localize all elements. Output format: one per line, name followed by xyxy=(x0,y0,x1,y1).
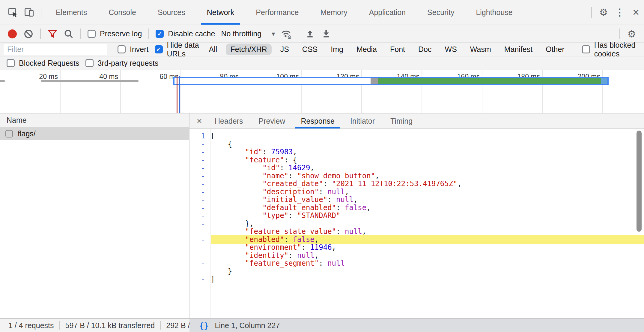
search-button[interactable] xyxy=(61,26,77,42)
close-detail-button[interactable]: × xyxy=(192,113,207,128)
domcontentloaded-marker xyxy=(179,76,180,113)
detail-tab-response[interactable]: Response xyxy=(293,113,342,128)
code-token: : xyxy=(262,148,271,156)
fold-marker[interactable]: - xyxy=(189,252,210,259)
fold-marker[interactable]: - xyxy=(189,220,210,228)
more-options-button[interactable]: ⋮ xyxy=(612,4,628,20)
close-icon: × xyxy=(197,116,202,126)
close-devtools-button[interactable]: × xyxy=(628,4,644,20)
tab-security[interactable]: Security xyxy=(416,0,465,25)
tab-console[interactable]: Console xyxy=(98,0,147,25)
line-number[interactable]: 1 xyxy=(189,132,210,140)
fold-marker[interactable]: - xyxy=(189,204,210,212)
filter-type-font[interactable]: Font xyxy=(386,44,410,55)
fold-marker[interactable]: - xyxy=(189,267,210,275)
filter-type-fetch-xhr[interactable]: Fetch/XHR xyxy=(226,44,271,55)
tab-application[interactable]: Application xyxy=(358,0,416,25)
status-bar: 1 / 4 requests597 B / 10.1 kB transferre… xyxy=(0,318,644,332)
network-overview-timeline[interactable]: 20 ms40 ms60 ms80 ms100 ms120 ms140 ms16… xyxy=(0,70,644,113)
code-line: - }, xyxy=(189,220,644,228)
filter-type-js[interactable]: JS xyxy=(276,44,294,55)
preserve-log-label: Preserve log xyxy=(100,29,142,38)
detail-tab-preview[interactable]: Preview xyxy=(251,113,293,128)
fold-marker[interactable]: - xyxy=(189,156,210,164)
detail-tab-headers[interactable]: Headers xyxy=(207,113,251,128)
settings-button[interactable]: ⚙ xyxy=(595,4,612,20)
fold-marker[interactable]: - xyxy=(189,212,210,219)
fold-marker[interactable]: - xyxy=(189,180,210,188)
fold-marker[interactable]: - xyxy=(189,164,210,172)
code-token: : xyxy=(319,188,327,196)
code-token xyxy=(210,188,262,196)
fold-marker[interactable]: - xyxy=(189,172,210,180)
request-checkbox[interactable] xyxy=(5,130,13,137)
tab-sources[interactable]: Sources xyxy=(147,0,196,25)
code-line: - "environment": 11946, xyxy=(189,243,644,252)
record-network-log-button[interactable] xyxy=(4,26,20,42)
request-row-flags[interactable]: flags/ xyxy=(0,127,189,140)
code-line-text: "default_enabled": false, xyxy=(210,204,644,212)
filter-type-css[interactable]: CSS xyxy=(298,44,322,55)
fold-marker[interactable]: - xyxy=(189,275,210,283)
fold-marker[interactable]: - xyxy=(189,228,210,235)
request-bar-segment xyxy=(378,78,601,84)
clear-network-log-button[interactable] xyxy=(20,26,37,42)
tab-network[interactable]: Network xyxy=(196,0,245,25)
code-token xyxy=(210,259,245,267)
timeline-tick-label: 20 ms xyxy=(13,73,58,81)
filter-type-wasm[interactable]: Wasm xyxy=(466,44,496,55)
code-line: - "initial_value": null, xyxy=(189,196,644,204)
code-line: - "enabled": false, xyxy=(189,236,644,244)
network-conditions-button[interactable]: ⚙ xyxy=(278,26,294,42)
pretty-print-icon: {} xyxy=(199,321,209,330)
fold-marker[interactable]: - xyxy=(189,196,210,204)
fold-marker[interactable]: - xyxy=(189,148,210,156)
fold-marker[interactable]: - xyxy=(189,188,210,196)
import-har-button[interactable] xyxy=(302,26,318,42)
third-party-requests-checkbox[interactable]: 3rd-party requests xyxy=(85,59,159,68)
disable-cache-checkbox[interactable]: ✓ Disable cache xyxy=(156,29,215,38)
filter-type-all[interactable]: All xyxy=(204,44,222,55)
tab-lighthouse[interactable]: Lighthouse xyxy=(465,0,523,25)
fold-marker[interactable]: - xyxy=(189,259,210,267)
code-line-text: ] xyxy=(210,275,644,283)
devtools-window: ElementsConsoleSourcesNetworkPerformance… xyxy=(0,0,644,332)
clear-icon xyxy=(23,29,34,39)
code-line: - "id": 14629, xyxy=(189,164,644,172)
export-har-button[interactable] xyxy=(318,26,334,42)
editor-scrollbar-thumb[interactable] xyxy=(637,131,642,232)
filter-input[interactable] xyxy=(4,44,107,55)
inspect-element-button[interactable] xyxy=(5,4,21,20)
code-token: , xyxy=(345,188,349,196)
code-token: "type" xyxy=(262,211,288,220)
tab-performance[interactable]: Performance xyxy=(245,0,309,25)
filter-type-media[interactable]: Media xyxy=(352,44,381,55)
fold-marker[interactable]: - xyxy=(189,236,210,243)
filter-type-manifest[interactable]: Manifest xyxy=(500,44,537,55)
throttling-select[interactable]: No throttling ▾ xyxy=(221,29,275,38)
device-toolbar-button[interactable] xyxy=(21,4,37,20)
name-column-header[interactable]: Name xyxy=(0,113,189,127)
has-blocked-cookies-checkbox[interactable]: Has blocked cookies xyxy=(582,41,637,58)
filter-type-img[interactable]: Img xyxy=(326,44,348,55)
response-editor[interactable]: 1[- {- "id": 75983,- "feature": {- "id":… xyxy=(189,129,644,318)
detail-tab-initiator[interactable]: Initiator xyxy=(342,113,383,128)
code-line: - "feature_state_value": null, xyxy=(189,228,644,236)
tab-elements[interactable]: Elements xyxy=(45,0,98,25)
fold-marker[interactable]: - xyxy=(189,243,210,251)
code-token xyxy=(210,211,262,220)
fold-marker[interactable]: - xyxy=(189,140,210,148)
invert-checkbox[interactable]: Invert xyxy=(118,45,149,54)
filter-type-other[interactable]: Other xyxy=(541,44,569,55)
filter-toggle-button[interactable] xyxy=(44,26,61,42)
code-line-text: "id": 75983, xyxy=(210,148,644,156)
filter-type-ws[interactable]: WS xyxy=(440,44,461,55)
filter-type-doc[interactable]: Doc xyxy=(414,44,436,55)
network-settings-button[interactable]: ⚙ xyxy=(624,26,640,42)
tab-memory[interactable]: Memory xyxy=(309,0,358,25)
code-line: - "identity": null, xyxy=(189,252,644,260)
blocked-requests-checkbox[interactable]: Blocked Requests xyxy=(7,59,79,68)
detail-tab-timing[interactable]: Timing xyxy=(383,113,420,128)
preserve-log-checkbox[interactable]: Preserve log xyxy=(88,29,142,38)
hide-data-urls-checkbox[interactable]: ✓ Hide data URLs xyxy=(155,41,199,58)
